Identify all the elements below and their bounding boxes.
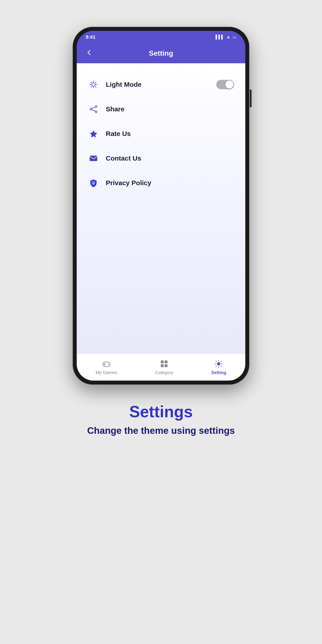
- nav-item-category[interactable]: Category: [148, 357, 180, 378]
- svg-point-0: [92, 83, 95, 86]
- phone-screen: 9:41 ▌▌▌ ▲ ▭ Setting: [77, 31, 245, 380]
- svg-point-21: [108, 363, 108, 364]
- phone-frame: 9:41 ▌▌▌ ▲ ▭ Setting: [73, 27, 249, 384]
- status-icons: ▌▌▌ ▲ ▭: [216, 35, 236, 40]
- star-icon: [88, 128, 99, 139]
- page-wrapper: 9:41 ▌▌▌ ▲ ▭ Setting: [0, 0, 322, 644]
- settings-item-rate-us[interactable]: Rate Us: [77, 122, 245, 146]
- svg-rect-17: [93, 183, 94, 184]
- mail-icon: [88, 153, 99, 164]
- status-time: 9:41: [86, 34, 96, 40]
- gamepad-icon: [102, 359, 111, 368]
- svg-rect-26: [164, 364, 168, 367]
- signal-icon: ▌▌▌: [216, 35, 224, 39]
- svg-rect-25: [161, 364, 164, 367]
- contact-us-label: Contact Us: [106, 154, 234, 162]
- caption-title: Settings: [87, 402, 235, 421]
- svg-rect-15: [90, 156, 97, 161]
- svg-line-5: [91, 82, 92, 83]
- svg-point-22: [108, 364, 109, 365]
- settings-item-light-mode[interactable]: Light Mode: [77, 72, 245, 97]
- category-icon: [160, 359, 168, 368]
- settings-item-privacy-policy[interactable]: Privacy Policy: [77, 170, 245, 195]
- settings-item-contact-us[interactable]: Contact Us: [77, 146, 245, 170]
- settings-list: Light Mode: [77, 70, 245, 198]
- svg-line-12: [92, 107, 96, 108]
- svg-line-7: [96, 82, 96, 83]
- app-header: Setting: [77, 43, 245, 63]
- side-button: [250, 90, 252, 107]
- settings-item-share[interactable]: Share: [77, 97, 245, 122]
- nav-item-my-games[interactable]: My Games: [89, 357, 124, 378]
- privacy-policy-label: Privacy Policy: [106, 179, 234, 187]
- header-title: Setting: [149, 49, 173, 58]
- content-area: Light Mode: [77, 63, 245, 354]
- caption-subtitle: Change the theme using settings: [87, 425, 235, 436]
- svg-line-6: [96, 86, 96, 87]
- category-nav-label: Category: [155, 370, 173, 375]
- page-caption: Settings Change the theme using settings: [87, 402, 235, 436]
- battery-icon: ▭: [232, 35, 236, 40]
- setting-nav-label: Setting: [211, 370, 226, 375]
- toggle-knob: [226, 80, 234, 88]
- bottom-nav: My Games Category: [77, 354, 245, 380]
- share-label: Share: [106, 105, 234, 113]
- setting-nav-icon: [214, 359, 223, 368]
- svg-rect-23: [161, 360, 164, 363]
- rate-us-label: Rate Us: [106, 130, 234, 138]
- my-games-nav-label: My Games: [96, 370, 118, 375]
- shield-icon: [88, 177, 99, 188]
- back-button[interactable]: [86, 49, 92, 58]
- status-bar: 9:41 ▌▌▌ ▲ ▭: [77, 31, 245, 43]
- svg-rect-24: [164, 360, 168, 363]
- svg-marker-14: [90, 130, 97, 138]
- light-mode-toggle[interactable]: [216, 80, 234, 89]
- svg-line-8: [91, 86, 92, 87]
- svg-line-13: [92, 110, 96, 111]
- share-icon: [88, 104, 99, 115]
- wifi-icon: ▲: [226, 35, 230, 39]
- svg-point-27: [217, 362, 220, 365]
- light-mode-label: Light Mode: [106, 81, 216, 88]
- nav-item-setting[interactable]: Setting: [204, 357, 233, 378]
- sun-icon: [88, 79, 99, 90]
